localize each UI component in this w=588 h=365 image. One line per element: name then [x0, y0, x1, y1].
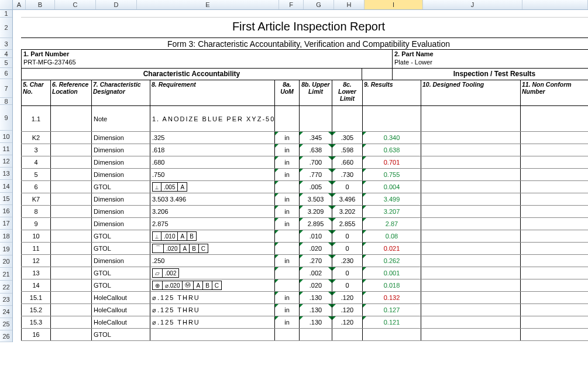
col-header-J[interactable]: J	[423, 0, 522, 9]
cell-nonconform	[521, 243, 589, 255]
col-nonconform[interactable]: 11. Non Conform Number	[521, 80, 589, 106]
cell-ref-loc	[51, 304, 92, 316]
row-header-9[interactable]: 9	[0, 105, 12, 131]
col-requirement[interactable]: 8. Requirement	[150, 80, 275, 106]
cell-ref-loc	[51, 329, 92, 341]
col-lower[interactable]: 8c. Lower Limit	[332, 80, 363, 106]
row-header-4[interactable]: 4	[0, 50, 12, 58]
row-header-20[interactable]: 20	[0, 255, 12, 268]
col-header-D[interactable]: D	[96, 0, 137, 9]
cell-upper: .020	[300, 279, 332, 292]
row-header-25[interactable]: 25	[0, 318, 12, 330]
table-row[interactable]: 12 Dimension .250 in .270 .230 0.262	[22, 255, 589, 267]
table-row[interactable]: 16 GTOL	[22, 329, 589, 341]
cell-lower: 3.202	[332, 206, 363, 218]
cell-designator: GTOL	[92, 279, 150, 292]
part-name-value[interactable]: Plate - Lower	[393, 58, 588, 68]
table-row[interactable]: K2 Dimension .325 in .345 .305 0.340	[22, 132, 589, 144]
cell-tooling	[421, 230, 521, 243]
col-header-C[interactable]: C	[55, 0, 96, 9]
col-upper[interactable]: 8b. Upper Limit	[300, 80, 332, 106]
row-header-22[interactable]: 22	[0, 281, 12, 294]
cell-ref-loc	[51, 243, 92, 255]
col-header-H[interactable]: H	[334, 0, 365, 9]
cell-result: 3.207	[363, 206, 421, 218]
cell-nonconform	[521, 279, 589, 292]
row-header-1[interactable]: 1	[0, 10, 12, 18]
report-subtitle: Form 3: Characteristic Accountability, V…	[21, 38, 588, 50]
table-row[interactable]: 15.2 HoleCallout ⌀.125 THRU in .130 .120…	[22, 304, 589, 316]
cell-designator: HoleCallout	[92, 316, 150, 329]
col-tooling[interactable]: 10. Designed Tooling	[421, 80, 521, 106]
table-row[interactable]: 11 GTOL ⌒.020ABC .020 0 0.021	[22, 243, 589, 255]
cell-uom	[275, 106, 300, 132]
cell-designator: Dimension	[92, 218, 150, 230]
row-header-3[interactable]: 3	[0, 38, 12, 50]
col-header-I[interactable]: I	[365, 0, 423, 9]
col-char-no[interactable]: 5. Char No.	[22, 80, 51, 106]
col-header-E[interactable]: E	[137, 0, 279, 9]
row-header-7[interactable]: 7	[0, 79, 12, 98]
table-row[interactable]: 3 Dimension .618 in .638 .598 0.638	[22, 144, 589, 156]
table-row[interactable]: 10 GTOL ⟂.010AB .010 0 0.08	[22, 230, 589, 243]
cell-ref-loc	[51, 156, 92, 169]
col-results[interactable]: 9. Results	[363, 80, 421, 106]
row-header-2[interactable]: 2	[0, 18, 12, 38]
col-header-F[interactable]: F	[279, 0, 304, 9]
row-header-18[interactable]: 18	[0, 230, 12, 243]
cell-tooling	[421, 316, 521, 329]
row-header-14[interactable]: 14	[0, 180, 12, 193]
table-row[interactable]: 4 Dimension .680 in .700 .660 0.701	[22, 156, 589, 169]
cell-designator: GTOL	[92, 267, 150, 279]
table-row[interactable]: 13 GTOL ▱.002 .002 0 0.001	[22, 267, 589, 279]
row-header-11[interactable]: 11	[0, 143, 12, 155]
row-header-13[interactable]: 13	[0, 168, 12, 180]
cell-char-no: 4	[22, 156, 51, 169]
col-header-[interactable]	[522, 0, 588, 9]
col-ref-loc[interactable]: 6. Reference Location	[51, 80, 92, 106]
cell-requirement: .680	[150, 156, 275, 169]
col-designator[interactable]: 7. Characteristic Designator	[92, 80, 150, 106]
row-header-23[interactable]: 23	[0, 294, 12, 306]
cell-tooling	[421, 169, 521, 181]
row-header-12[interactable]: 12	[0, 155, 12, 168]
row-header-5[interactable]: 5	[0, 58, 12, 68]
cell-result: 0.638	[363, 144, 421, 156]
row-header-8[interactable]: 8	[0, 98, 12, 105]
cell-nonconform	[521, 316, 589, 329]
col-header-G[interactable]: G	[304, 0, 334, 9]
table-row[interactable]: 1.1 Note 1. ANODIZE BLUE PER XYZ-50.	[22, 106, 589, 132]
row-header-17[interactable]: 17	[0, 217, 12, 230]
cell-ref-loc	[51, 132, 92, 144]
table-row[interactable]: 5 Dimension .750 in .770 .730 0.755	[22, 169, 589, 181]
cell-nonconform	[521, 169, 589, 181]
row-header-19[interactable]: 19	[0, 243, 12, 255]
table-row[interactable]: 9 Dimension 2.875 in 2.895 2.855 2.87	[22, 218, 589, 230]
part-name-label: 2. Part Name	[393, 50, 588, 58]
table-header-row: 5. Char No. 6. Reference Location 7. Cha…	[22, 80, 589, 106]
cell-lower: 2.855	[332, 218, 363, 230]
table-row[interactable]: 15.3 HoleCallout ⌀.125 THRU in .130 .120…	[22, 316, 589, 329]
table-row[interactable]: 14 GTOL ⊕⌀.020ⓂABC .020 0 0.018	[22, 279, 589, 292]
cell-requirement: ⌀.125 THRU	[150, 292, 275, 304]
row-header-16[interactable]: 16	[0, 205, 12, 217]
col-uom[interactable]: 8a. UoM	[275, 80, 300, 106]
table-row[interactable]: 8 Dimension 3.206 in 3.209 3.202 3.207	[22, 206, 589, 218]
cell-uom: in	[275, 292, 300, 304]
cell-ref-loc	[51, 218, 92, 230]
row-header-26[interactable]: 26	[0, 330, 12, 342]
row-header-21[interactable]: 21	[0, 268, 12, 281]
part-number-value[interactable]: PRT-MFG-237465	[21, 58, 393, 68]
row-header-6[interactable]: 6	[0, 68, 12, 79]
row-header-10[interactable]: 10	[0, 131, 12, 143]
cell-upper: .700	[300, 156, 332, 169]
col-header-B[interactable]: B	[26, 0, 55, 9]
row-header-15[interactable]: 15	[0, 193, 12, 205]
col-header-A[interactable]: A	[13, 0, 26, 9]
select-all-corner[interactable]	[0, 0, 13, 10]
table-row[interactable]: 6 GTOL ⟂.005A .005 0 0.004	[22, 181, 589, 193]
row-header-24[interactable]: 24	[0, 306, 12, 318]
table-row[interactable]: K7 Dimension 3.503 3.496 in 3.503 3.496 …	[22, 193, 589, 206]
cell-nonconform	[521, 304, 589, 316]
table-row[interactable]: 15.1 HoleCallout ⌀.125 THRU in .130 .120…	[22, 292, 589, 304]
